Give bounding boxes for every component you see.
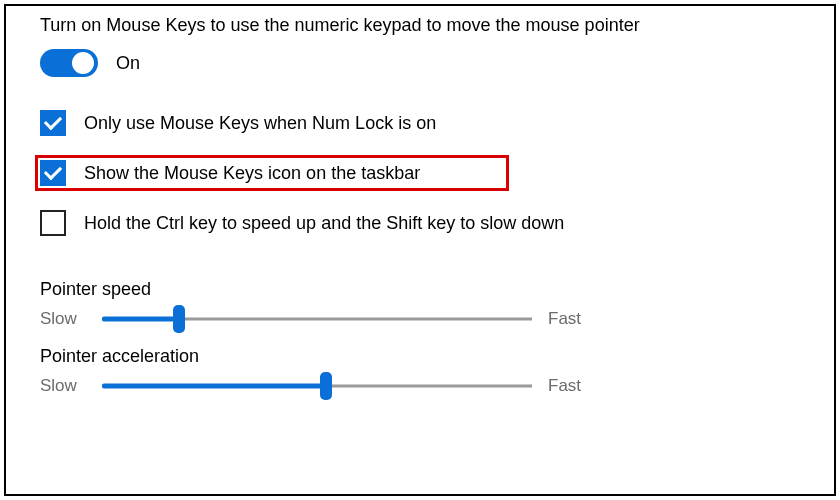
slider-thumb[interactable] (320, 372, 332, 400)
mouse-keys-toggle-label: On (116, 53, 140, 74)
checkbox-numlock[interactable] (40, 110, 66, 136)
pointer-speed-group: Pointer speed Slow Fast (40, 279, 824, 332)
checkbox-row-numlock: Only use Mouse Keys when Num Lock is on (40, 105, 824, 141)
checkbox-taskbar-icon[interactable] (40, 160, 66, 186)
mouse-keys-toggle-row: On (40, 49, 824, 77)
pointer-speed-title: Pointer speed (40, 279, 824, 300)
checkbox-numlock-label: Only use Mouse Keys when Num Lock is on (84, 113, 436, 134)
pointer-speed-row: Slow Fast (40, 306, 824, 332)
slider-fill (102, 317, 179, 322)
pointer-speed-high-label: Fast (548, 309, 594, 329)
pointer-acceleration-title: Pointer acceleration (40, 346, 824, 367)
settings-panel: Turn on Mouse Keys to use the numeric ke… (4, 4, 836, 496)
pointer-acceleration-low-label: Slow (40, 376, 86, 396)
section-description: Turn on Mouse Keys to use the numeric ke… (40, 14, 720, 37)
checkbox-row-taskbar-icon: Show the Mouse Keys icon on the taskbar (35, 155, 509, 191)
checkbox-ctrl-shift-label: Hold the Ctrl key to speed up and the Sh… (84, 213, 564, 234)
slider-fill (102, 384, 326, 389)
pointer-acceleration-group: Pointer acceleration Slow Fast (40, 346, 824, 399)
mouse-keys-toggle[interactable] (40, 49, 98, 77)
checkbox-ctrl-shift[interactable] (40, 210, 66, 236)
checkbox-row-ctrl-shift: Hold the Ctrl key to speed up and the Sh… (40, 205, 824, 241)
pointer-acceleration-high-label: Fast (548, 376, 594, 396)
pointer-speed-low-label: Slow (40, 309, 86, 329)
pointer-acceleration-slider[interactable] (102, 373, 532, 399)
slider-thumb[interactable] (173, 305, 185, 333)
sliders-block: Pointer speed Slow Fast Pointer accelera… (40, 279, 824, 399)
pointer-speed-slider[interactable] (102, 306, 532, 332)
toggle-knob (72, 52, 94, 74)
pointer-acceleration-row: Slow Fast (40, 373, 824, 399)
checkbox-taskbar-icon-label: Show the Mouse Keys icon on the taskbar (84, 163, 420, 184)
